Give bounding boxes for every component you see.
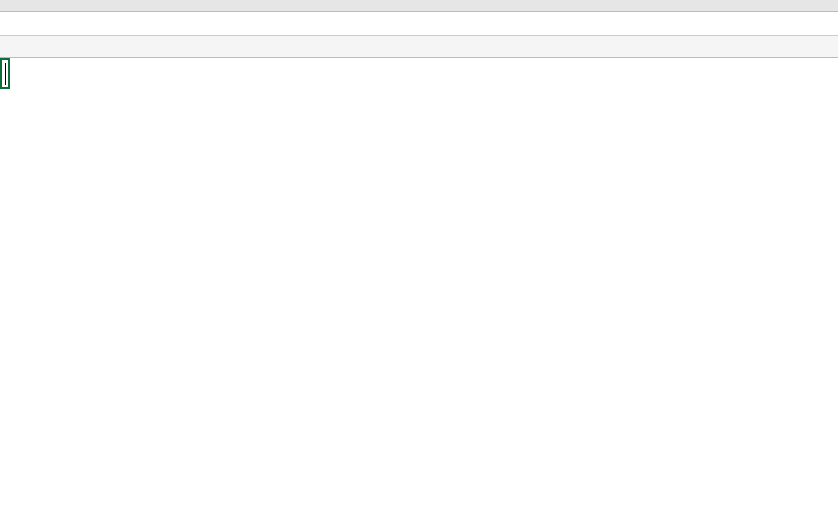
text-caret [5,63,6,85]
toolbar-edge [0,0,838,12]
formula-bar[interactable] [0,12,838,36]
grid[interactable] [0,58,838,529]
column-headers [0,36,838,58]
formula-editor[interactable] [0,58,10,89]
